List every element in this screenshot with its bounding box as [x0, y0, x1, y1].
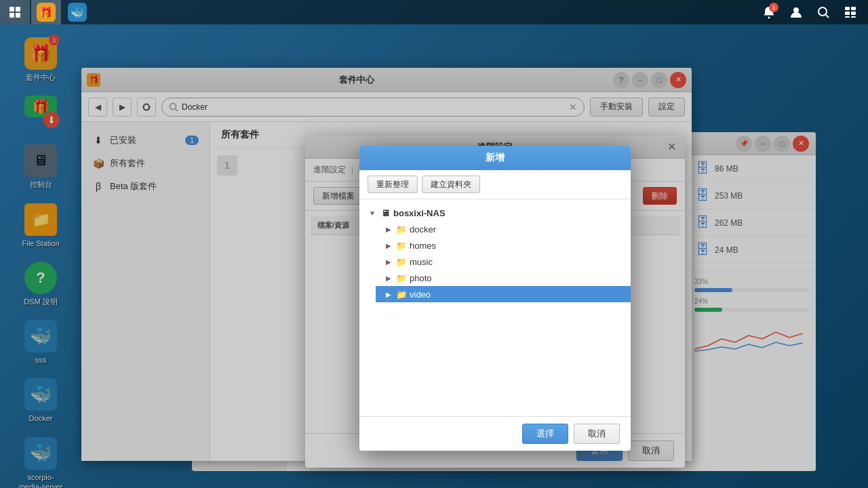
- new-dialog: 新增 重新整理 建立資料夾 ▼ 🖥 bosxixi-NAS ▶ 📁 docker: [359, 146, 631, 451]
- svg-point-6: [818, 7, 827, 16]
- root-icon: 🖥: [380, 207, 391, 218]
- video-folder-icon: 📁: [396, 289, 407, 300]
- folder-tree: ▼ 🖥 bosxixi-NAS ▶ 📁 docker ▶ 📁 homes ▶: [359, 199, 631, 416]
- svg-rect-8: [845, 7, 850, 10]
- tree-item-photo[interactable]: ▶ 📁 photo: [376, 270, 631, 286]
- music-folder-icon: 📁: [396, 256, 407, 267]
- root-label: bosxixi-NAS: [393, 208, 446, 218]
- taskbar: 🎁 🐳 1: [0, 0, 868, 24]
- tree-item-video[interactable]: ▶ 📁 video: [376, 286, 631, 302]
- tree-item-music[interactable]: ▶ 📁 music: [376, 253, 631, 270]
- new-dialog-titlebar: 新增: [359, 146, 631, 170]
- tree-item-docker[interactable]: ▶ 📁 docker: [376, 221, 631, 237]
- photo-arrow: ▶: [384, 273, 393, 283]
- docker-folder-icon: 📁: [396, 224, 407, 235]
- docker-arrow: ▶: [384, 224, 393, 234]
- svg-rect-0: [9, 7, 14, 12]
- taskbar-left: 🎁 🐳: [0, 0, 92, 24]
- search-button[interactable]: [811, 0, 835, 24]
- svg-rect-11: [851, 12, 856, 15]
- tree-item-homes[interactable]: ▶ 📁 homes: [376, 237, 631, 253]
- select-button[interactable]: 選擇: [522, 424, 568, 444]
- homes-folder-icon: 📁: [396, 240, 407, 251]
- svg-rect-10: [845, 12, 850, 15]
- pkg-center-taskbar[interactable]: 🎁: [31, 0, 61, 24]
- taskbar-right: 1: [757, 0, 868, 24]
- svg-rect-3: [16, 13, 20, 18]
- tree-root-item[interactable]: ▼ 🖥 bosxixi-NAS: [359, 205, 631, 221]
- svg-rect-12: [845, 16, 850, 18]
- new-dialog-title: 新增: [486, 152, 505, 164]
- reorg-button[interactable]: 重新整理: [368, 176, 418, 193]
- notification-button[interactable]: 1: [757, 0, 781, 24]
- app-grid-button[interactable]: [0, 0, 30, 24]
- homes-label: homes: [410, 241, 436, 251]
- user-button[interactable]: [784, 0, 808, 24]
- docker-taskbar[interactable]: 🐳: [62, 0, 92, 24]
- homes-arrow: ▶: [384, 241, 393, 250]
- widget-button[interactable]: [838, 0, 863, 24]
- svg-rect-9: [851, 7, 856, 10]
- new-dialog-footer: 選擇 取消: [359, 416, 631, 451]
- cancel-button[interactable]: 取消: [574, 424, 620, 444]
- svg-point-5: [793, 7, 799, 13]
- new-toolbar: 重新整理 建立資料夾: [359, 170, 631, 199]
- svg-point-4: [768, 17, 770, 19]
- svg-rect-1: [16, 7, 20, 12]
- docker-label: docker: [410, 224, 436, 235]
- video-arrow: ▶: [384, 289, 393, 299]
- photo-folder-icon: 📁: [396, 272, 407, 283]
- root-arrow: ▼: [368, 208, 377, 218]
- svg-rect-2: [9, 13, 14, 18]
- tree-children: ▶ 📁 docker ▶ 📁 homes ▶ 📁 music ▶ 📁: [376, 221, 631, 302]
- video-label: video: [410, 289, 431, 300]
- svg-line-7: [826, 15, 829, 18]
- notification-count: 1: [769, 3, 778, 12]
- create-folder-button[interactable]: 建立資料夾: [422, 176, 480, 193]
- photo-label: photo: [410, 273, 432, 283]
- svg-rect-13: [851, 16, 856, 18]
- music-arrow: ▶: [384, 257, 393, 266]
- music-label: music: [410, 257, 433, 267]
- desktop: 🎁 🐳 1: [0, 0, 868, 488]
